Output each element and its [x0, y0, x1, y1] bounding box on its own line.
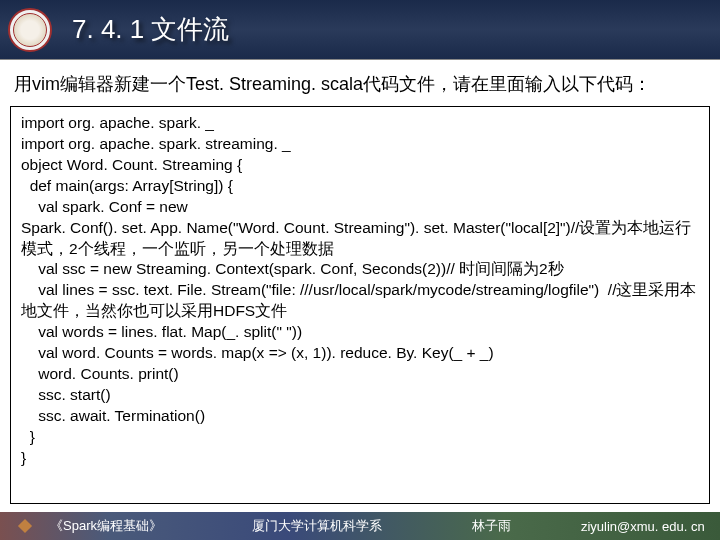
footer-book: 《Spark编程基础》: [50, 517, 162, 535]
code-line: ssc. start(): [21, 385, 699, 406]
code-line: Spark. Conf(). set. App. Name("Word. Cou…: [21, 218, 699, 260]
code-line: }: [21, 448, 699, 469]
code-line: val ssc = new Streaming. Context(spark. …: [21, 259, 699, 280]
code-line: import org. apache. spark. streaming. _: [21, 134, 699, 155]
code-line: def main(args: Array[String]) {: [21, 176, 699, 197]
footer-email: ziyulin@xmu. edu. cn: [581, 519, 705, 534]
code-line: object Word. Count. Streaming {: [21, 155, 699, 176]
code-line: word. Counts. print(): [21, 364, 699, 385]
code-line: }: [21, 427, 699, 448]
code-line: ssc. await. Termination(): [21, 406, 699, 427]
code-line: val spark. Conf = new: [21, 197, 699, 218]
code-line: val word. Counts = words. map(x => (x, 1…: [21, 343, 699, 364]
bullet-icon: [18, 519, 32, 533]
code-line: import org. apache. spark. _: [21, 113, 699, 134]
slide-header: 7. 4. 1 文件流: [0, 0, 720, 60]
slide-footer: 《Spark编程基础》 厦门大学计算机科学系 林子雨 ziyulin@xmu. …: [0, 512, 720, 540]
code-line: val words = lines. flat. Map(_. split(" …: [21, 322, 699, 343]
code-line: val lines = ssc. text. File. Stream("fil…: [21, 280, 699, 322]
footer-dept: 厦门大学计算机科学系: [252, 517, 382, 535]
slide-title: 7. 4. 1 文件流: [72, 12, 230, 47]
code-block: import org. apache. spark. _ import org.…: [10, 106, 710, 504]
university-logo: [8, 8, 52, 52]
instruction-text: 用vim编辑器新建一个Test. Streaming. scala代码文件，请在…: [0, 60, 720, 104]
logo-inner-seal: [13, 13, 47, 47]
footer-author: 林子雨: [472, 517, 511, 535]
